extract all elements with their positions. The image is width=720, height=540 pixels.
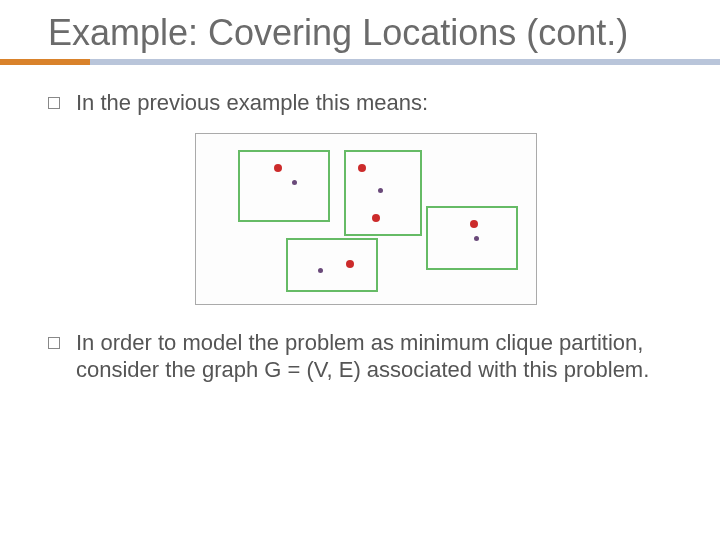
bullet-row: In order to model the problem as minimum…	[48, 329, 684, 384]
cover-box	[426, 206, 518, 270]
point-icon	[318, 268, 323, 273]
cover-box	[238, 150, 330, 222]
point-icon	[292, 180, 297, 185]
point-icon	[378, 188, 383, 193]
bullet-text: In the previous example this means:	[76, 89, 684, 117]
accent-orange	[0, 59, 90, 65]
point-icon	[372, 214, 380, 222]
bullet-icon	[48, 97, 60, 109]
title-underline	[0, 59, 720, 65]
cover-box	[286, 238, 378, 292]
point-icon	[346, 260, 354, 268]
slide-title: Example: Covering Locations (cont.)	[48, 12, 684, 53]
point-icon	[358, 164, 366, 172]
point-icon	[470, 220, 478, 228]
accent-blue	[90, 59, 720, 65]
point-icon	[474, 236, 479, 241]
covering-diagram	[195, 133, 537, 305]
slide: Example: Covering Locations (cont.) In t…	[0, 0, 720, 540]
slide-body: In the previous example this means:	[48, 89, 684, 384]
bullet-text: In order to model the problem as minimum…	[76, 329, 684, 384]
cover-box	[344, 150, 422, 236]
figure-container	[48, 133, 684, 305]
point-icon	[274, 164, 282, 172]
bullet-row: In the previous example this means:	[48, 89, 684, 117]
bullet-icon	[48, 337, 60, 349]
